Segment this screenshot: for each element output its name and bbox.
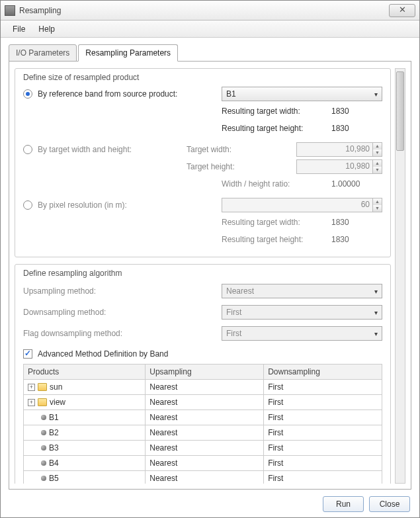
res-rth-label: Resulting target height: — [222, 235, 327, 244]
menu-file[interactable]: File — [6, 22, 32, 36]
folder-icon — [38, 383, 47, 391]
algorithm-group: Define resampling algorithm Upsampling m… — [15, 264, 391, 484]
cell-downsampling[interactable]: First — [264, 380, 382, 395]
ratio-label: Width / height ratio: — [222, 179, 327, 189]
chevron-down-icon[interactable]: ▼ — [373, 150, 382, 156]
tab-panel: Define size of resampled product By refe… — [9, 61, 411, 490]
upsampling-label: Upsampling method: — [23, 286, 222, 296]
reference-band-dropdown[interactable]: B1 — [222, 87, 382, 101]
product-name: B1 — [49, 413, 59, 422]
expand-icon[interactable]: + — [28, 384, 35, 391]
ref-rtw-value: 1830 — [331, 107, 349, 116]
col-products[interactable]: Products — [24, 365, 146, 380]
dialog-footer: Run Close — [1, 490, 419, 518]
app-icon — [5, 5, 15, 16]
product-name: B3 — [49, 443, 59, 453]
expand-icon[interactable]: + — [28, 399, 35, 406]
band-icon — [41, 445, 46, 451]
downsampling-dropdown[interactable]: First — [222, 305, 382, 320]
tab-resampling-parameters[interactable]: Resampling Parameters — [78, 44, 178, 62]
ref-rth-label: Resulting target height: — [222, 124, 327, 133]
window-close-button[interactable]: ✕ — [389, 4, 415, 17]
table-row[interactable]: B1NearestFirst — [24, 410, 382, 425]
cell-downsampling[interactable]: First — [264, 410, 382, 425]
scrollbar-thumb[interactable] — [396, 71, 404, 151]
product-name: view — [50, 398, 65, 407]
window-title: Resampling — [19, 6, 389, 15]
size-group: Define size of resampled product By refe… — [15, 68, 391, 257]
flag-downsampling-label: Flag downsampling method: — [23, 329, 222, 338]
advanced-method-label: Advanced Method Definition by Band — [38, 349, 168, 359]
advanced-method-checkbox[interactable] — [23, 349, 32, 359]
ref-rth-value: 1830 — [331, 124, 349, 133]
table-row[interactable]: B5NearestFirst — [24, 471, 382, 484]
band-icon — [41, 430, 46, 435]
algorithm-group-title: Define resampling algorithm — [23, 269, 382, 278]
pixel-resolution-spinner[interactable]: 60 ▲▼ — [222, 198, 382, 212]
chevron-up-icon[interactable]: ▲ — [373, 198, 382, 205]
radio-by-reference-band[interactable] — [23, 89, 32, 99]
band-icon — [41, 476, 46, 481]
panel-scrollbar[interactable] — [395, 68, 405, 484]
table-row[interactable]: B3NearestFirst — [24, 441, 382, 456]
label-by-target-wh: By target width and height: — [38, 145, 132, 154]
cell-upsampling[interactable]: Nearest — [146, 441, 264, 456]
cell-downsampling[interactable]: First — [264, 456, 382, 471]
cell-downsampling[interactable]: First — [264, 425, 382, 441]
cell-upsampling[interactable]: Nearest — [146, 456, 264, 471]
ratio-value: 1.00000 — [331, 179, 360, 189]
target-height-spinner[interactable]: 10,980 ▲▼ — [296, 159, 382, 174]
table-row[interactable]: B2NearestFirst — [24, 425, 382, 441]
label-by-reference-band: By reference band from source product: — [38, 89, 177, 99]
close-button[interactable]: Close — [369, 496, 410, 512]
tab-io-parameters[interactable]: I/O Parameters — [9, 44, 77, 62]
tw-label: Target width: — [187, 145, 292, 154]
titlebar: Resampling ✕ — [1, 1, 419, 21]
table-row[interactable]: +viewNearestFirst — [24, 395, 382, 410]
radio-by-pixel-resolution[interactable] — [23, 200, 32, 210]
band-table: Products Upsampling Downsampling +sunNea… — [23, 364, 382, 484]
tab-bar: I/O Parameters Resampling Parameters — [9, 44, 411, 62]
res-rtw-value: 1830 — [331, 218, 349, 227]
cell-upsampling[interactable]: Nearest — [146, 410, 264, 425]
product-name: sun — [50, 382, 62, 392]
cell-upsampling[interactable]: Nearest — [146, 425, 264, 441]
chevron-down-icon[interactable]: ▼ — [373, 205, 382, 212]
product-name: B2 — [49, 428, 59, 437]
cell-downsampling[interactable]: First — [264, 471, 382, 484]
product-name: B5 — [49, 474, 59, 483]
folder-icon — [38, 398, 47, 406]
chevron-up-icon[interactable]: ▲ — [373, 160, 382, 167]
col-downsampling[interactable]: Downsampling — [264, 365, 382, 380]
band-icon — [41, 415, 46, 420]
flag-downsampling-dropdown[interactable]: First — [222, 326, 382, 341]
col-upsampling[interactable]: Upsampling — [146, 365, 264, 380]
cell-upsampling[interactable]: Nearest — [146, 471, 264, 484]
size-group-title: Define size of resampled product — [23, 73, 382, 82]
target-width-spinner[interactable]: 10,980 ▲▼ — [296, 142, 382, 157]
table-row[interactable]: +sunNearestFirst — [24, 380, 382, 395]
product-name: B4 — [49, 458, 59, 468]
chevron-down-icon[interactable]: ▼ — [373, 167, 382, 173]
table-header-row: Products Upsampling Downsampling — [24, 365, 382, 380]
chevron-up-icon[interactable]: ▲ — [373, 143, 382, 150]
label-by-pixel-resolution: By pixel resolution (in m): — [38, 200, 127, 210]
table-row[interactable]: B4NearestFirst — [24, 456, 382, 471]
cell-upsampling[interactable]: Nearest — [146, 395, 264, 410]
menubar: File Help — [1, 21, 419, 38]
menu-help[interactable]: Help — [32, 22, 62, 36]
cell-upsampling[interactable]: Nearest — [146, 380, 264, 395]
band-icon — [41, 460, 46, 466]
upsampling-dropdown[interactable]: Nearest — [222, 284, 382, 298]
radio-by-target-wh[interactable] — [23, 145, 32, 154]
cell-downsampling[interactable]: First — [264, 441, 382, 456]
run-button[interactable]: Run — [323, 496, 364, 512]
downsampling-label: Downsampling method: — [23, 308, 222, 317]
th-label: Target height: — [187, 162, 292, 171]
cell-downsampling[interactable]: First — [264, 395, 382, 410]
res-rth-value: 1830 — [331, 235, 349, 244]
ref-rtw-label: Resulting target width: — [222, 107, 327, 116]
res-rtw-label: Resulting target width: — [222, 218, 327, 227]
